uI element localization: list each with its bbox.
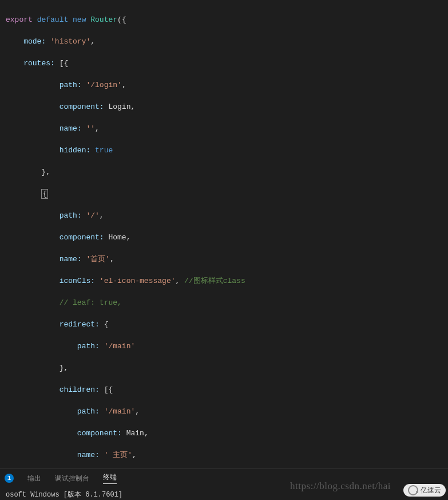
- code-line: component: Main,: [6, 428, 448, 439]
- code-line: name: '首页',: [6, 254, 448, 265]
- code-line: redirect: {: [6, 319, 448, 330]
- code-line: // leaf: true,: [6, 297, 448, 308]
- code-line: component: Home,: [6, 232, 448, 243]
- code-line: {: [6, 188, 448, 199]
- code-line: routes: [{: [6, 58, 448, 69]
- problems-badge[interactable]: 1: [5, 474, 14, 483]
- yisu-badge: 亿速云: [403, 484, 446, 497]
- code-line: name: ' 主页',: [6, 450, 448, 460]
- code-line: path: '/main',: [6, 406, 448, 417]
- code-line: children: [{: [6, 384, 448, 395]
- code-line: component: Login,: [6, 101, 448, 112]
- tab-terminal[interactable]: 终端: [103, 473, 117, 484]
- yisu-logo-icon: [408, 485, 418, 495]
- code-line: path: '/main': [6, 341, 448, 352]
- code-line: },: [6, 167, 448, 178]
- yisu-label: 亿速云: [421, 486, 441, 495]
- tab-debug[interactable]: 调试控制台: [55, 474, 89, 483]
- code-line: path: '/',: [6, 210, 448, 221]
- code-line: export default new Router({: [6, 14, 448, 25]
- badge-count: 1: [5, 474, 14, 483]
- code-editor[interactable]: export default new Router({ mode: 'histo…: [0, 0, 448, 468]
- tab-output[interactable]: 输出: [27, 474, 41, 483]
- code-line: hidden: true: [6, 145, 448, 156]
- code-line: path: '/login',: [6, 80, 448, 90]
- code-line: },: [6, 363, 448, 373]
- code-line: iconCls: 'el-icon-message', //图标样式class: [6, 275, 448, 286]
- panel-tabs: 1 输出 调试控制台 终端: [0, 469, 448, 487]
- bottom-panel: 1 输出 调试控制台 终端 osoft Windows [版本 6.1.7601…: [0, 468, 448, 500]
- code-line: name: '',: [6, 123, 448, 134]
- code-line: mode: 'history',: [6, 36, 448, 47]
- terminal-output[interactable]: osoft Windows [版本 6.1.7601]: [0, 487, 448, 500]
